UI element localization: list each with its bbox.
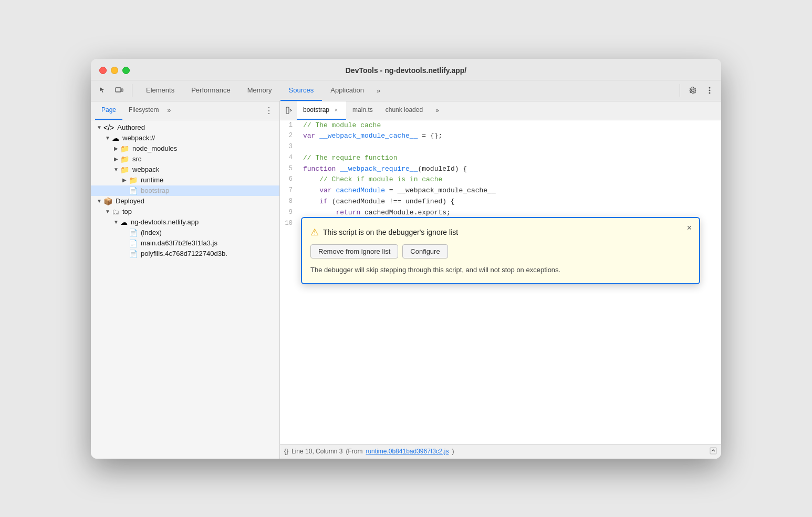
tab-bootstrap-close[interactable]: × — [332, 106, 340, 113]
line-num-10: 10 — [280, 219, 301, 230]
folder-icon-runtime: 📁 — [129, 176, 138, 184]
tab-elements[interactable]: Elements — [138, 80, 183, 101]
minimize-button[interactable] — [111, 67, 118, 74]
code-icon: </> — [103, 123, 114, 132]
cloud-icon-webpack: ☁ — [112, 134, 119, 142]
tree-item-bootstrap[interactable]: ▶ 📄 bootstrap — [91, 185, 279, 196]
file-icon-main-js: 📄 — [129, 239, 138, 247]
code-line-5: 5 function __webpack_require__(moduleId)… — [280, 164, 721, 175]
tree-label-polyfills: polyfills.4c768d7122740d3b. — [141, 250, 227, 257]
tree-arrow-webpack-folder: ▼ — [112, 167, 120, 172]
tab-performance[interactable]: Performance — [183, 80, 238, 101]
editor-panel: bootstrap × main.ts chunk loaded » 1 — [280, 101, 721, 459]
line-num-8: 8 — [280, 197, 301, 208]
file-tree: ▼ </> Authored ▼ ☁ webpack:// ▶ 📁 node_m… — [91, 120, 279, 459]
tab-chunk-loaded[interactable]: chunk loaded — [379, 101, 429, 120]
popup-close-button[interactable]: × — [687, 223, 692, 233]
tree-item-netlify[interactable]: ▼ ☁ ng-devtools.netlify.app — [91, 217, 279, 228]
file-icon-polyfills: 📄 — [129, 250, 138, 258]
close-button[interactable] — [99, 67, 107, 74]
status-from-label: (From — [346, 448, 362, 455]
popup-title: This script is on the debugger's ignore … — [323, 228, 458, 236]
tree-item-main-js[interactable]: ▶ 📄 main.da63f7b2fe3f1fa3.js — [91, 238, 279, 249]
cloud-icon-netlify: ☁ — [120, 218, 128, 226]
tree-arrow-top: ▼ — [103, 209, 112, 214]
warning-icon: ⚠ — [310, 226, 319, 238]
tree-label-netlify: ng-devtools.netlify.app — [131, 218, 199, 226]
tree-arrow-authored: ▼ — [95, 125, 103, 130]
tab-application[interactable]: Application — [322, 80, 372, 101]
code-line-8: 8 if (cachedModule !== undefined) { — [280, 197, 721, 208]
line-content-1: // The module cache — [301, 120, 721, 131]
line-content-5: function __webpack_require__(moduleId) { — [301, 164, 721, 175]
tree-arrow-deployed: ▼ — [95, 198, 103, 204]
inspect-icon[interactable] — [95, 83, 110, 98]
tree-arrow-webpack-proto: ▼ — [103, 135, 112, 141]
tab-bootstrap[interactable]: bootstrap × — [297, 101, 346, 120]
toolbar-divider-1 — [132, 84, 132, 97]
popup-button-group: Remove from ignore list Configure — [310, 244, 691, 258]
tree-item-index[interactable]: ▶ 📄 (index) — [91, 228, 279, 238]
panel-tab-filesystem[interactable]: Filesystem — [122, 101, 165, 120]
device-toggle-icon[interactable] — [112, 83, 127, 98]
tree-label-node-modules: node_modules — [132, 144, 177, 152]
line-num-2: 2 — [280, 131, 301, 142]
settings-icon[interactable] — [685, 83, 700, 98]
line-num-1: 1 — [280, 120, 301, 131]
tab-memory[interactable]: Memory — [239, 80, 280, 101]
tree-label-bootstrap: bootstrap — [141, 187, 169, 194]
fullscreen-button[interactable] — [122, 67, 130, 74]
tree-item-webpack-proto[interactable]: ▼ ☁ webpack:// — [91, 133, 279, 143]
tree-label-webpack-folder: webpack — [132, 166, 159, 173]
folder-icon-node-modules: 📁 — [120, 144, 129, 153]
tree-item-top[interactable]: ▼ 🗂 top — [91, 206, 279, 217]
svg-point-2 — [709, 87, 711, 89]
status-bar: {} Line 10, Column 3 (From runtime.0b841… — [280, 444, 721, 459]
panel-tab-page[interactable]: Page — [95, 101, 122, 120]
line-content-4: // The require function — [301, 153, 721, 164]
file-icon-bootstrap: 📄 — [129, 187, 138, 195]
svg-rect-1 — [121, 89, 123, 91]
toolbar-more-tabs[interactable]: » — [372, 87, 384, 95]
tree-item-runtime[interactable]: ▶ 📁 runtime — [91, 175, 279, 185]
tree-item-polyfills[interactable]: ▶ 📄 polyfills.4c768d7122740d3b. — [91, 249, 279, 259]
code-line-4: 4 // The require function — [280, 153, 721, 164]
tree-item-node-modules[interactable]: ▶ 📁 node_modules — [91, 143, 279, 154]
left-panel-menu-icon[interactable]: ⋮ — [263, 104, 275, 117]
status-format-icon[interactable]: {} — [284, 448, 288, 455]
titlebar: DevTools - ng-devtools.netlify.app/ — [91, 59, 721, 80]
tab-main-ts[interactable]: main.ts — [346, 101, 379, 120]
tree-item-webpack-folder[interactable]: ▼ 📁 webpack — [91, 164, 279, 175]
tree-label-index: (index) — [141, 229, 162, 236]
tree-section-deployed[interactable]: ▼ 📦 Deployed — [91, 196, 279, 206]
popup-description: The debugger will skip stepping through … — [310, 265, 691, 275]
svg-rect-6 — [710, 448, 716, 454]
more-options-icon[interactable] — [702, 83, 717, 98]
svg-point-3 — [709, 90, 711, 91]
tree-section-authored[interactable]: ▼ </> Authored — [91, 122, 279, 133]
code-table: 1 // The module cache 2 var __webpack_mo… — [280, 120, 721, 230]
tree-label-main-js: main.da63f7b2fe3f1fa3.js — [141, 239, 217, 247]
tree-arrow-node-modules: ▶ — [112, 146, 120, 151]
tab-sources[interactable]: Sources — [280, 80, 322, 101]
status-scroll-up[interactable] — [710, 447, 717, 456]
status-source-link[interactable]: runtime.0b841bad3967f3c2.js — [366, 448, 449, 455]
line-content-6: // Check if module is in cache — [301, 174, 721, 185]
configure-button[interactable]: Configure — [402, 244, 447, 258]
folder-icon-src: 📁 — [120, 155, 129, 163]
tree-label-deployed: Deployed — [116, 197, 144, 205]
main-toolbar: Elements Performance Memory Sources Appl… — [91, 80, 721, 101]
editor-collapse-icon[interactable] — [282, 103, 297, 118]
traffic-lights — [99, 67, 130, 74]
line-num-3: 3 — [280, 142, 301, 153]
status-position: Line 10, Column 3 — [292, 448, 342, 455]
code-line-7: 7 var cachedModule = __webpack_module_ca… — [280, 185, 721, 197]
tree-label-runtime: runtime — [141, 176, 163, 184]
popup-header: ⚠ This script is on the debugger's ignor… — [310, 226, 691, 238]
tree-item-src[interactable]: ▶ 📁 src — [91, 154, 279, 164]
left-panel-more-tabs[interactable]: » — [167, 107, 171, 114]
remove-from-ignore-list-button[interactable]: Remove from ignore list — [310, 244, 398, 258]
folder-empty-icon-top: 🗂 — [112, 208, 119, 216]
editor-more-tabs[interactable]: » — [431, 107, 443, 114]
svg-rect-0 — [116, 88, 121, 92]
